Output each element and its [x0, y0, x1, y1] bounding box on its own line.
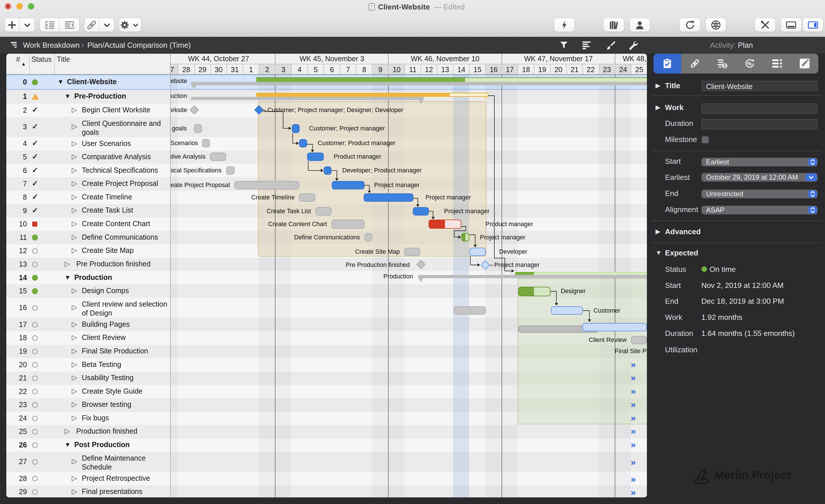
- svg-text:%: %: [747, 61, 752, 67]
- svg-text:$: $: [724, 64, 726, 68]
